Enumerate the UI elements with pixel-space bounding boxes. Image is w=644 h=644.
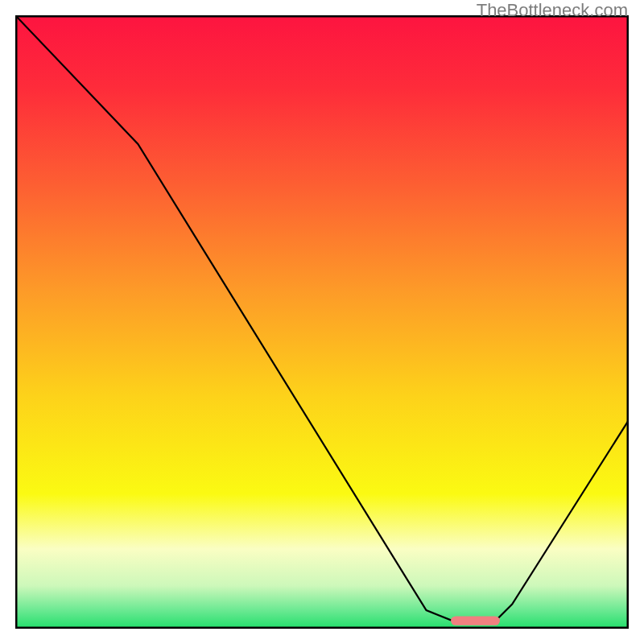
min-marker bbox=[451, 616, 500, 625]
gradient-background bbox=[15, 15, 629, 629]
watermark-text: TheBottleneck.com bbox=[477, 0, 628, 21]
chart-svg bbox=[15, 15, 629, 629]
plot-area bbox=[15, 15, 629, 629]
chart-frame: TheBottleneck.com bbox=[0, 0, 644, 644]
